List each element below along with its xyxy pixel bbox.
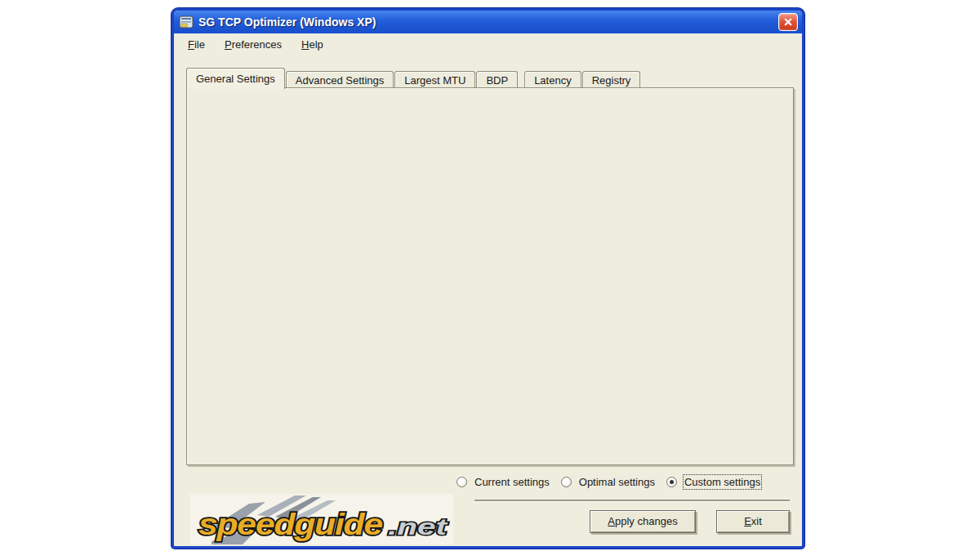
close-icon[interactable]: ✕ [778,13,798,31]
app-icon [179,16,194,29]
current-settings-radio[interactable] [457,477,467,487]
desktop-background: SG TCP Optimizer (Windows XP) ✕ File Pre… [0,0,980,551]
tab-largest-mtu[interactable]: Largest MTU [394,71,475,89]
window-title: SG TCP Optimizer (Windows XP) [198,16,778,29]
logo-speedguide-text: speedguide [198,508,383,541]
apply-changes-button[interactable]: Apply changes [590,510,696,533]
optimal-settings-radio[interactable] [561,477,572,487]
optimal-settings-label[interactable]: Optimal settings [579,476,655,488]
tcp-optimizer-window: SG TCP Optimizer (Windows XP) ✕ File Pre… [172,8,804,549]
exit-button[interactable]: Exit [716,510,790,533]
settings-mode-group: Current settings Optimal settings Custom… [457,476,760,488]
speedguide-logo-image: speedguide .net [190,494,453,544]
tab-general-settings[interactable]: General Settings [186,68,285,89]
menu-file[interactable]: File [185,37,207,52]
speedguide-logo: speedguide .net [190,494,453,544]
bottom-separator [474,500,790,501]
custom-settings-radio[interactable] [666,477,677,487]
menu-preferences[interactable]: Preferences [222,37,284,52]
custom-settings-label[interactable]: Custom settings [684,476,760,488]
tab-registry[interactable]: Registry [582,71,641,89]
tab-strip: General Settings Advanced Settings Large… [186,68,641,89]
logo-net-text: .net [388,515,448,540]
general-settings-panel [186,87,794,465]
tab-bdp[interactable]: BDP [476,71,518,89]
menu-help[interactable]: Help [299,37,326,52]
menu-bar: File Preferences Help [174,33,802,55]
tab-latency[interactable]: Latency [524,71,581,89]
title-bar[interactable]: SG TCP Optimizer (Windows XP) ✕ [174,11,802,33]
current-settings-label[interactable]: Current settings [474,476,550,488]
tab-advanced-settings[interactable]: Advanced Settings [286,71,394,89]
